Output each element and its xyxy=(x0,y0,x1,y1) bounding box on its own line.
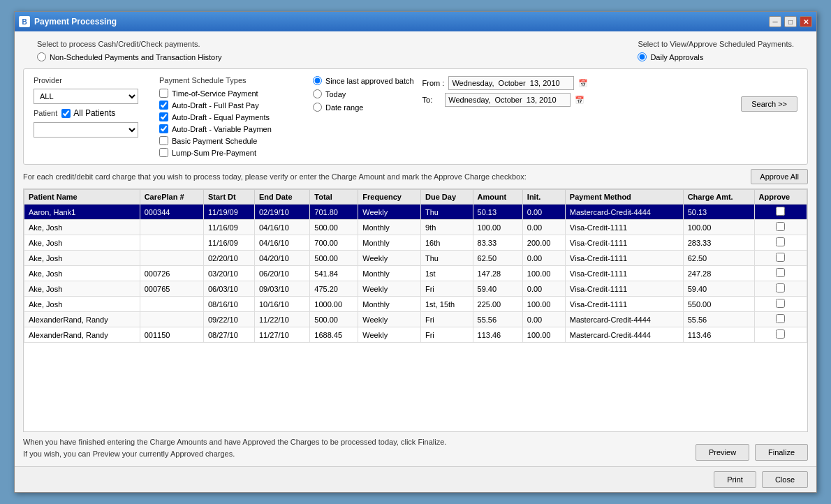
patient-select[interactable] xyxy=(34,122,138,138)
date-range-radio[interactable] xyxy=(313,103,322,112)
table-cell: 147.28 xyxy=(473,266,522,281)
approve-cell[interactable] xyxy=(754,266,807,281)
bottom-section: When you have finished entering the Char… xyxy=(23,436,808,461)
payments-table-container[interactable]: Patient Name CarePlan # Start Dt End Dat… xyxy=(23,188,808,432)
table-row[interactable]: Ake, Josh11/16/0904/16/10700.00Monthly16… xyxy=(24,235,807,251)
approve-checkbox[interactable] xyxy=(776,237,785,246)
table-cell: Ake, Josh xyxy=(24,281,140,297)
close-window-button[interactable]: ✕ xyxy=(800,16,812,27)
approve-checkbox[interactable] xyxy=(776,207,785,216)
table-cell: 59.40 xyxy=(473,281,522,297)
all-patients-checkbox[interactable] xyxy=(61,109,71,118)
table-cell: 0.00 xyxy=(522,281,565,297)
from-calendar-icon[interactable]: 📅 xyxy=(578,79,588,88)
minimize-button[interactable]: ─ xyxy=(769,16,781,27)
table-cell: 04/16/10 xyxy=(254,220,309,235)
non-scheduled-radio-row: Non-Scheduled Payments and Transaction H… xyxy=(37,52,221,61)
approve-checkbox[interactable] xyxy=(776,329,785,339)
table-cell: Fri xyxy=(420,281,473,297)
table-cell: 55.56 xyxy=(473,312,522,327)
maximize-button[interactable]: □ xyxy=(784,16,797,27)
table-cell: 113.46 xyxy=(683,327,754,343)
payment-type-label-0: Time-of-Service Payment xyxy=(172,89,258,98)
payment-type-checkbox-0[interactable] xyxy=(159,89,168,98)
daily-approvals-radio-row: Daily Approvals xyxy=(638,52,794,61)
filter-panel: Provider ALL Patient All Patients Paym xyxy=(23,68,808,165)
table-cell: Ake, Josh xyxy=(24,251,140,266)
table-row[interactable]: Aaron, Hank100034411/19/0902/19/10701.80… xyxy=(24,205,807,220)
table-cell: 10/16/10 xyxy=(254,297,309,312)
table-cell: 225.00 xyxy=(473,297,522,312)
approve-cell[interactable] xyxy=(754,220,807,235)
table-cell: 1st, 15th xyxy=(420,297,473,312)
table-row[interactable]: AlexanderRand, Randy00115008/27/1011/27/… xyxy=(24,327,807,343)
today-radio[interactable] xyxy=(313,89,322,98)
from-date-input[interactable] xyxy=(448,76,574,90)
daily-approvals-radio[interactable] xyxy=(638,52,647,61)
payment-type-checkbox-5[interactable] xyxy=(159,148,168,157)
payment-type-label-3: Auto-Draft - Variable Paymen xyxy=(172,125,272,133)
table-cell: Visa-Credit-1111 xyxy=(565,235,683,251)
payment-type-checkbox-1[interactable] xyxy=(159,101,168,110)
provider-label: Provider xyxy=(34,76,145,84)
table-cell: 550.00 xyxy=(683,297,754,312)
date-range-radio-row: Date range xyxy=(313,103,414,112)
approve-cell[interactable] xyxy=(754,251,807,266)
approve-checkbox[interactable] xyxy=(776,299,785,308)
approve-checkbox[interactable] xyxy=(776,314,785,323)
approve-checkbox[interactable] xyxy=(776,222,785,231)
table-row[interactable]: AlexanderRand, Randy09/22/1011/22/10500.… xyxy=(24,312,807,327)
table-cell: Weekly xyxy=(358,312,421,327)
close-button[interactable]: Close xyxy=(762,471,808,488)
table-row[interactable]: Ake, Josh00072603/20/1006/20/10541.84Mon… xyxy=(24,266,807,281)
table-cell: Weekly xyxy=(358,327,421,343)
table-cell: 11/27/10 xyxy=(254,327,309,343)
table-cell: 04/16/10 xyxy=(254,235,309,251)
table-cell: 06/20/10 xyxy=(254,266,309,281)
table-cell: 16th xyxy=(420,235,473,251)
approve-checkbox[interactable] xyxy=(776,268,785,277)
approve-cell[interactable] xyxy=(754,297,807,312)
table-cell: 1000.00 xyxy=(310,297,358,312)
to-calendar-icon[interactable]: 📅 xyxy=(575,96,584,105)
col-patient-name: Patient Name xyxy=(24,190,140,205)
approve-checkbox[interactable] xyxy=(776,283,785,292)
table-cell: 500.00 xyxy=(310,220,358,235)
print-button[interactable]: Print xyxy=(714,471,756,488)
payment-type-label-2: Auto-Draft - Equal Payments xyxy=(172,113,270,121)
approve-checkbox[interactable] xyxy=(776,253,785,262)
payment-type-label-1: Auto-Draft - Full Past Pay xyxy=(172,101,259,110)
table-cell: Thu xyxy=(420,251,473,266)
table-row[interactable]: Ake, Josh11/16/0904/16/10500.00Monthly9t… xyxy=(24,220,807,235)
payment-type-checkbox-4[interactable] xyxy=(159,136,168,145)
to-date-input[interactable] xyxy=(445,93,571,107)
preview-button[interactable]: Preview xyxy=(696,444,749,461)
approve-cell[interactable] xyxy=(754,205,807,220)
search-button[interactable]: Search >> xyxy=(741,96,797,112)
since-last-batch-radio[interactable] xyxy=(313,76,322,85)
table-cell: 02/19/10 xyxy=(254,205,309,220)
table-row[interactable]: Ake, Josh02/20/1004/20/10500.00WeeklyThu… xyxy=(24,251,807,266)
approve-cell[interactable] xyxy=(754,281,807,297)
table-header-row: Patient Name CarePlan # Start Dt End Dat… xyxy=(24,190,807,205)
right-group-title: Select to View/Approve Scheduled Payment… xyxy=(638,40,794,48)
finalize-button[interactable]: Finalize xyxy=(755,444,808,461)
payment-type-checkbox-3[interactable] xyxy=(159,124,168,133)
table-cell: 55.56 xyxy=(683,312,754,327)
table-cell: 100.00 xyxy=(522,297,565,312)
table-cell: 11/16/09 xyxy=(204,235,255,251)
table-cell: 11/16/09 xyxy=(204,220,255,235)
table-cell: 03/20/10 xyxy=(204,266,255,281)
table-row[interactable]: Ake, Josh00076506/03/1009/03/10475.20Wee… xyxy=(24,281,807,297)
approve-cell[interactable] xyxy=(754,235,807,251)
table-row[interactable]: Ake, Josh08/16/1010/16/101000.00Monthly1… xyxy=(24,297,807,312)
bottom-line2: If you wish, you can Preview your curren… xyxy=(23,448,446,461)
payment-type-checkbox-2[interactable] xyxy=(159,112,168,121)
provider-select[interactable]: ALL xyxy=(34,89,138,104)
approve-cell[interactable] xyxy=(754,312,807,327)
filter-right: Since last approved batch Today Date ran… xyxy=(313,76,797,112)
approve-all-button[interactable]: Approve All xyxy=(751,169,808,184)
non-scheduled-radio[interactable] xyxy=(37,52,46,61)
col-charge-amt: Charge Amt. xyxy=(683,190,754,205)
approve-cell[interactable] xyxy=(754,327,807,343)
